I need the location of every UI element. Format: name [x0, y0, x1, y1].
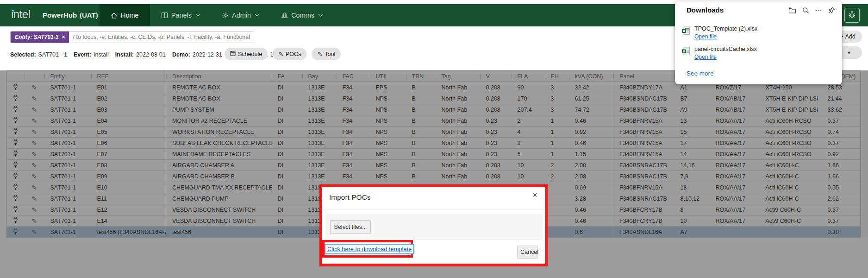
nav-item-panels[interactable]: Panels	[150, 4, 211, 26]
selected-field: Event:Install	[74, 51, 109, 58]
select-files-button[interactable]: Select files...	[330, 220, 371, 234]
nav-item-home[interactable]: Home	[100, 4, 150, 26]
action-buttons: Schedule✎POCs✎Tool	[225, 48, 341, 60]
file-dropzone[interactable]: Select files...	[325, 214, 543, 240]
modal-divider	[322, 209, 545, 209]
open-file-link[interactable]: Open file	[694, 33, 717, 40]
nav-item-comms[interactable]: Comms	[270, 4, 333, 26]
download-item[interactable]: panel-circuitsCache.xlsxOpen file	[681, 46, 834, 63]
field-label: Install:	[115, 51, 134, 58]
nav-item-label: Home	[121, 12, 139, 19]
field-label: Event:	[74, 51, 91, 58]
downloads-popup: Downloads ⋯ TPOC_Template (2).xlsxOpen f…	[675, 1, 842, 84]
modal-title: Import POCs	[329, 193, 371, 202]
see-more-link[interactable]: See more	[687, 70, 714, 77]
chevron-down-icon	[318, 12, 323, 16]
home-icon	[111, 12, 118, 19]
downloads-title: Downloads	[687, 6, 724, 14]
button-label: Schedule	[238, 51, 262, 57]
nav-item-label: Admin	[232, 12, 251, 19]
pin-icon[interactable]	[828, 6, 836, 14]
download-template-link[interactable]: Click here to download template	[325, 244, 414, 254]
intel-logo-dot	[12, 10, 15, 13]
intel-logo: intel	[11, 8, 31, 21]
selected-field: Demo:2022-12-31	[172, 51, 222, 58]
chevron-down-icon	[196, 12, 200, 16]
field-label: Demo:	[172, 51, 190, 58]
annotation-red-box: Click here to download template	[322, 240, 413, 258]
selected-field: Selected:SAT701 - 1	[10, 51, 67, 58]
excel-file-icon	[681, 47, 690, 57]
open-downloads-folder-icon[interactable]	[788, 7, 796, 14]
field-label: Selected:	[10, 51, 36, 58]
download-file-name: panel-circuitsCache.xlsx	[694, 46, 757, 52]
pencil-icon: ✎	[317, 51, 322, 57]
app-window: intel PowerHub (UAT) HomePanelsAdminComm…	[0, 0, 868, 278]
import-pocs-modal: Import POCs × Select files... Click here…	[319, 184, 548, 266]
downloads-toolbar: ⋯	[788, 6, 836, 14]
bug-report-button[interactable]	[844, 8, 860, 23]
field-value: 2022-08-01	[136, 51, 166, 58]
close-icon[interactable]: ×	[532, 190, 537, 199]
field-value: SAT701 - 1	[38, 51, 67, 58]
button-label: Tool	[325, 51, 335, 57]
nav-menu: HomePanelsAdminComms	[100, 4, 333, 26]
nav-item-label: Panels	[171, 12, 192, 19]
panels-icon	[161, 12, 168, 19]
cancel-button[interactable]: Cancel	[517, 246, 538, 259]
gear-icon	[222, 12, 229, 19]
entity-filter-badge[interactable]: Entity: SAT701-1 ×	[11, 32, 69, 43]
download-item[interactable]: TPOC_Template (2).xlsxOpen file	[681, 25, 834, 43]
add-button-label: Add	[845, 33, 856, 40]
bug-icon	[848, 11, 856, 20]
environment-label: (UAT)	[80, 11, 98, 19]
excel-file-icon	[681, 26, 690, 37]
app-title: PowerHub	[43, 11, 77, 19]
pencil-icon: ✎	[278, 51, 283, 57]
button-label: POCs	[286, 51, 301, 57]
pocs-button[interactable]: ✎POCs	[273, 48, 306, 60]
search-downloads-icon[interactable]	[802, 7, 809, 14]
building-icon	[281, 12, 288, 19]
nav-item-admin[interactable]: Admin	[211, 4, 270, 26]
schedule-button[interactable]: Schedule	[225, 48, 268, 60]
field-value: Install	[94, 51, 109, 58]
badge-close-icon[interactable]: ×	[62, 34, 65, 40]
field-value: 2022-12-31	[193, 51, 222, 58]
chevron-down-icon	[255, 12, 260, 16]
calendar-icon	[230, 51, 236, 57]
more-options-icon[interactable]: ⋯	[815, 6, 822, 14]
download-file-name: TPOC_Template (2).xlsx	[694, 25, 757, 32]
selected-field: Install:2022-08-01	[115, 51, 166, 58]
open-file-link[interactable]: Open file	[694, 54, 717, 60]
caret-down-icon: ▼	[847, 51, 851, 55]
search-input[interactable]	[69, 32, 254, 43]
tool-button[interactable]: ✎Tool	[312, 48, 341, 60]
nav-item-label: Comms	[291, 12, 314, 19]
entity-badge-label: Entity: SAT701-1	[15, 34, 58, 40]
entity-filter-box: Entity: SAT701-1 ×	[10, 31, 254, 43]
